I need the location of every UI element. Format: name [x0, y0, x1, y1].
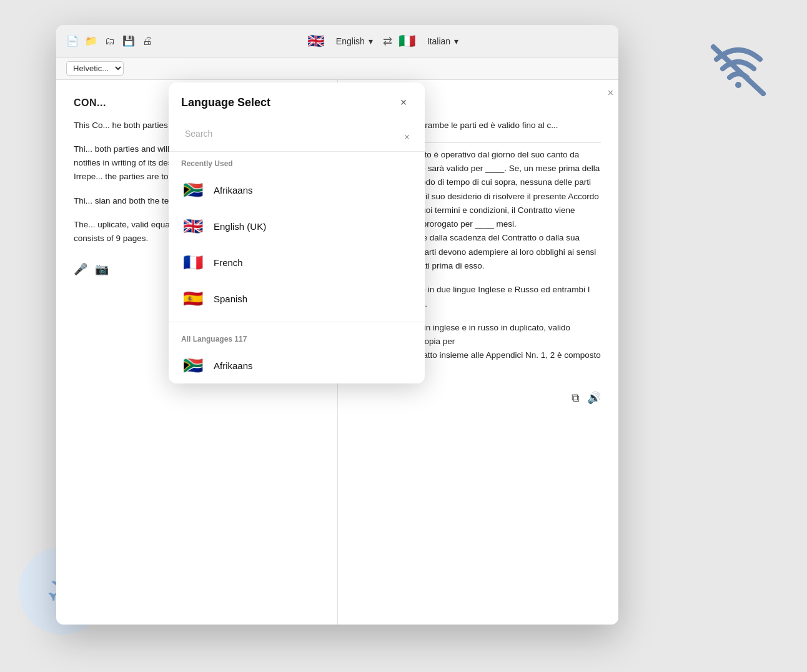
french-flag: 🇫🇷	[181, 250, 205, 274]
spanish-flag: 🇪🇸	[181, 287, 205, 310]
source-flag: 🇬🇧	[306, 31, 326, 51]
app-window: 📄 📁 🗂 💾 🖨 🇬🇧 English ▾ ⇄ 🇮🇹 Italian ▾ He	[56, 25, 618, 625]
modal-header: Language Select ×	[169, 82, 425, 119]
target-flag: 🇮🇹	[397, 31, 417, 51]
print-icon[interactable]: 🖨	[141, 35, 154, 47]
modal-close-button[interactable]: ×	[395, 94, 412, 111]
afrikaans-flag: 🇿🇦	[181, 178, 205, 202]
recently-used-list: 🇿🇦 Afrikaans 🇬🇧 English (UK) 🇫🇷 French 🇪…	[169, 172, 425, 317]
french-label: French	[214, 257, 243, 268]
list-item[interactable]: 🇿🇦 Afrikaans	[169, 172, 425, 208]
afrikaans-all-flag: 🇿🇦	[181, 353, 205, 377]
list-item[interactable]: 🇿🇦 Afrikaans	[169, 347, 425, 383]
document-icon[interactable]: 📄	[66, 35, 79, 47]
recently-used-label: Recently Used	[169, 152, 425, 172]
save-icon[interactable]: 💾	[122, 35, 135, 47]
toolbar: 📄 📁 🗂 💾 🖨 🇬🇧 English ▾ ⇄ 🇮🇹 Italian ▾	[56, 25, 618, 57]
wifi-off-icon	[707, 37, 770, 100]
modal-overlay: Language Select × × Recently Used 🇿🇦 Afr…	[56, 57, 618, 625]
source-language-label: English	[336, 36, 365, 46]
all-languages-label: All Languages 117	[169, 327, 425, 347]
swap-icon[interactable]: ⇄	[383, 34, 392, 48]
toolbar-icons: 📄 📁 🗂 💾 🖨	[66, 35, 154, 47]
folder-icon[interactable]: 🗂	[104, 35, 116, 47]
search-clear-icon[interactable]: ×	[404, 132, 410, 143]
target-dropdown-arrow: ▾	[454, 36, 458, 46]
svg-point-0	[735, 82, 741, 88]
source-language-button[interactable]: English ▾	[331, 34, 378, 49]
english-uk-flag: 🇬🇧	[181, 214, 205, 238]
list-item[interactable]: 🇫🇷 French	[169, 244, 425, 280]
modal-title: Language Select	[181, 96, 270, 109]
lang-selector: 🇬🇧 English ▾ ⇄ 🇮🇹 Italian ▾	[306, 31, 463, 51]
modal-divider	[169, 322, 425, 322]
list-item[interactable]: 🇬🇧 English (UK)	[169, 208, 425, 244]
english-uk-label: English (UK)	[214, 221, 266, 232]
language-modal: Language Select × × Recently Used 🇿🇦 Afr…	[169, 82, 425, 383]
list-item[interactable]: 🇪🇸 Spanish	[169, 280, 425, 317]
afrikaans-all-label: Afrikaans	[214, 360, 253, 371]
target-language-label: Italian	[427, 36, 450, 46]
all-languages-list: 🇿🇦 Afrikaans	[169, 347, 425, 383]
spanish-label: Spanish	[214, 294, 247, 304]
target-language-button[interactable]: Italian ▾	[422, 34, 463, 49]
modal-search-container: ×	[169, 119, 425, 152]
language-search-input[interactable]	[179, 124, 415, 144]
source-dropdown-arrow: ▾	[369, 36, 373, 46]
file-icon[interactable]: 📁	[85, 35, 97, 47]
afrikaans-label: Afrikaans	[214, 185, 253, 195]
